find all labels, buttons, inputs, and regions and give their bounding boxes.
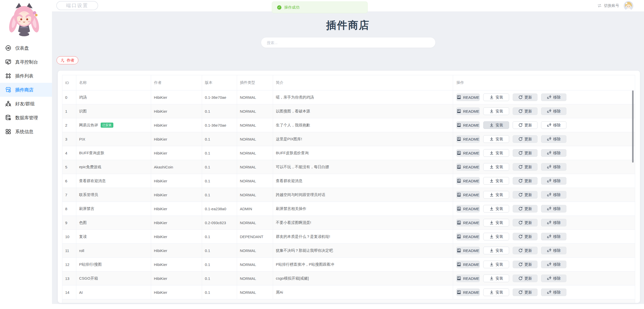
- install-button[interactable]: 安装: [483, 135, 509, 143]
- readme-button[interactable]: README: [456, 233, 480, 240]
- readme-button[interactable]: README: [456, 107, 480, 115]
- update-button[interactable]: 更新: [513, 261, 538, 268]
- update-button[interactable]: 更新: [513, 247, 538, 254]
- check-circle-icon: ✓: [277, 5, 281, 10]
- update-button[interactable]: 更新: [513, 205, 538, 213]
- readme-button[interactable]: README: [456, 205, 480, 213]
- update-button[interactable]: 更新: [513, 233, 538, 240]
- readme-button[interactable]: README: [456, 121, 480, 129]
- sidebar-item-console[interactable]: 真寻控制台: [0, 55, 52, 69]
- remove-button[interactable]: 移除: [541, 93, 566, 101]
- port-settings-button[interactable]: 端口设置: [56, 1, 98, 10]
- update-button[interactable]: 更新: [513, 275, 538, 282]
- install-button[interactable]: 安装: [483, 275, 509, 282]
- readme-icon: [457, 262, 461, 267]
- remove-button[interactable]: 移除: [541, 135, 566, 143]
- cell-version: 0.1: [202, 188, 237, 202]
- install-button[interactable]: 安装: [483, 149, 509, 157]
- sidebar-item-system-info[interactable]: 系统信息: [0, 125, 52, 139]
- cell-intro: 群友的本质是什么？是复读机哒!: [273, 230, 453, 243]
- readme-button[interactable]: README: [456, 177, 480, 185]
- install-button[interactable]: 安装: [483, 205, 509, 213]
- success-toast: ✓ 操作成功: [272, 2, 368, 13]
- update-icon: [518, 290, 523, 295]
- readme-button[interactable]: README: [456, 261, 480, 268]
- remove-icon: [547, 220, 551, 225]
- remove-icon: [547, 290, 551, 295]
- cell-type: NORMAL: [237, 90, 273, 104]
- remove-button[interactable]: 移除: [541, 121, 566, 129]
- readme-button[interactable]: README: [456, 93, 480, 101]
- cell-intro: 犹豫不决吗？那就让我帮你决定吧: [273, 244, 453, 257]
- remove-button[interactable]: 移除: [541, 247, 566, 254]
- update-button[interactable]: 更新: [513, 93, 538, 101]
- readme-button[interactable]: README: [456, 149, 480, 157]
- update-button[interactable]: 更新: [513, 135, 538, 143]
- remove-button[interactable]: 移除: [541, 275, 566, 282]
- cell-id: 13: [62, 272, 76, 285]
- update-button[interactable]: 更新: [513, 219, 538, 226]
- remove-icon: [547, 151, 551, 155]
- sidebar-menu: 仪表盘 真寻控制台 插件列表: [0, 41, 52, 139]
- update-button[interactable]: 更新: [513, 191, 538, 199]
- remove-button[interactable]: 移除: [541, 191, 566, 199]
- cell-author: HibiKier: [151, 202, 202, 216]
- sidebar-item-plugin-store[interactable]: 插件商店: [0, 83, 52, 97]
- cell-actions: README安装更新移除: [453, 118, 635, 132]
- update-button[interactable]: 更新: [513, 177, 538, 185]
- switch-account-button[interactable]: 切换账号: [597, 0, 619, 11]
- remove-button[interactable]: 移除: [541, 149, 566, 157]
- remove-button[interactable]: 移除: [541, 107, 566, 115]
- sidebar-item-dashboard[interactable]: 仪表盘: [0, 41, 52, 55]
- update-button[interactable]: 更新: [513, 163, 538, 171]
- table-row: 7联系管理员HibiKier0.1NORMAL跨越空间与时间跟管理员对话READ…: [62, 188, 635, 202]
- remove-icon: [547, 234, 551, 239]
- author-filter-button[interactable]: 作者: [57, 56, 78, 64]
- remove-button[interactable]: 移除: [541, 205, 566, 213]
- readme-button[interactable]: README: [456, 135, 480, 143]
- friends-icon: [5, 101, 11, 107]
- update-button[interactable]: 更新: [513, 288, 538, 296]
- user-avatar[interactable]: [624, 1, 633, 11]
- header-id: ID: [62, 75, 76, 90]
- author-filter-label: 作者: [67, 58, 74, 63]
- readme-button[interactable]: README: [456, 247, 480, 254]
- install-button[interactable]: 安装: [483, 233, 509, 240]
- install-button[interactable]: 安装: [483, 177, 509, 185]
- update-button[interactable]: 更新: [513, 121, 538, 129]
- table-scrollbar[interactable]: [632, 90, 634, 163]
- remove-icon: [547, 179, 551, 183]
- install-button[interactable]: 安装: [483, 121, 509, 129]
- remove-button[interactable]: 移除: [541, 219, 566, 226]
- install-button[interactable]: 安装: [483, 247, 509, 254]
- install-button[interactable]: 安装: [483, 191, 509, 199]
- readme-button[interactable]: README: [456, 288, 480, 296]
- readme-button[interactable]: README: [456, 163, 480, 171]
- search-input[interactable]: [261, 37, 435, 48]
- sidebar-item-database[interactable]: 数据库管理: [0, 111, 52, 125]
- remove-button[interactable]: 移除: [541, 261, 566, 268]
- install-button[interactable]: 安装: [483, 288, 509, 296]
- sidebar-item-friends-groups[interactable]: 好友/群组: [0, 97, 52, 111]
- remove-button[interactable]: 移除: [541, 163, 566, 171]
- install-button[interactable]: 安装: [483, 219, 509, 226]
- remove-button[interactable]: 移除: [541, 288, 566, 296]
- remove-button[interactable]: 移除: [541, 177, 566, 185]
- cell-id: 4: [62, 146, 76, 160]
- remove-button[interactable]: 移除: [541, 233, 566, 240]
- sidebar-item-plugin-list[interactable]: 插件列表: [0, 69, 52, 83]
- install-button[interactable]: 安装: [483, 107, 509, 115]
- install-button[interactable]: 安装: [483, 163, 509, 171]
- cell-intro: 查看群欢迎消息: [273, 174, 453, 188]
- readme-button[interactable]: README: [456, 191, 480, 199]
- readme-icon: [457, 192, 461, 197]
- install-button[interactable]: 安装: [483, 261, 509, 268]
- cell-type: NORMAL: [237, 244, 273, 257]
- readme-button[interactable]: README: [456, 219, 480, 226]
- update-button[interactable]: 更新: [513, 149, 538, 157]
- readme-button[interactable]: README: [456, 275, 480, 282]
- remove-icon: [547, 192, 551, 197]
- update-button[interactable]: 更新: [513, 107, 538, 115]
- install-button[interactable]: 安装: [483, 93, 509, 101]
- update-icon: [518, 234, 523, 239]
